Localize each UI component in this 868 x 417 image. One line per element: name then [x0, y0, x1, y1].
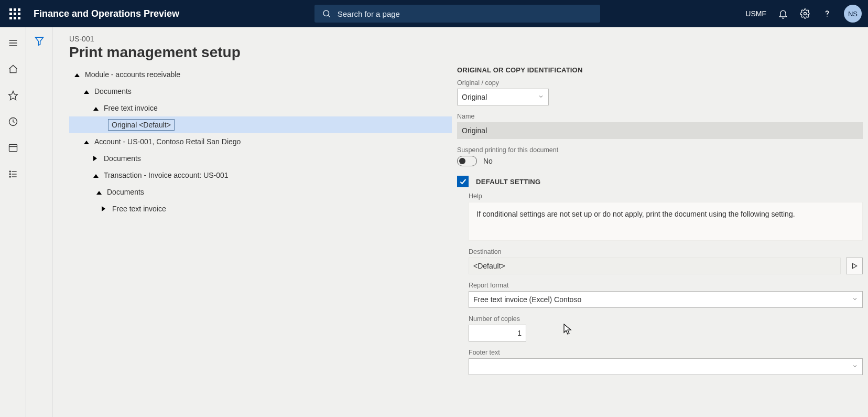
svg-marker-22 — [93, 156, 97, 161]
help-label: Help — [469, 193, 863, 200]
section-identification-title: ORIGINAL OR COPY IDENTIFICATION — [457, 66, 863, 74]
name-label: Name — [457, 113, 863, 120]
destination-label: Destination — [469, 248, 863, 255]
svg-marker-19 — [84, 90, 89, 94]
tree-node-account-documents[interactable]: Documents — [69, 150, 452, 167]
report-format-value[interactable] — [469, 291, 863, 308]
collapse-icon[interactable] — [91, 173, 101, 178]
topbar-right: USMF NS — [745, 5, 862, 23]
name-value: Original — [457, 122, 863, 139]
default-setting-checkbox[interactable] — [457, 176, 469, 187]
original-copy-select[interactable] — [457, 89, 549, 105]
svg-marker-20 — [93, 107, 99, 111]
svg-marker-23 — [93, 174, 99, 178]
num-copies-label: Number of copies — [469, 315, 863, 323]
filter-icon[interactable] — [34, 36, 45, 48]
suspend-label: Suspend printing for this document — [457, 146, 863, 154]
svg-line-1 — [328, 15, 330, 17]
svg-marker-24 — [96, 191, 102, 195]
svg-point-3 — [827, 16, 828, 17]
home-icon[interactable] — [7, 63, 19, 76]
footer-label: Footer text — [469, 349, 863, 356]
tree-node-original-default[interactable]: Original <Default> — [69, 116, 452, 133]
tree-node-transaction-free-text[interactable]: Free text invoice — [69, 200, 452, 217]
waffle-icon[interactable] — [6, 5, 23, 22]
footer-value[interactable] — [469, 358, 863, 375]
global-search[interactable]: Search for a page — [314, 5, 600, 23]
page-title: Print management setup — [69, 44, 863, 61]
destination-value[interactable]: <Default> — [469, 258, 841, 274]
collapse-icon[interactable] — [91, 105, 101, 111]
svg-point-15 — [9, 176, 10, 177]
filter-column — [26, 27, 52, 417]
suspend-toggle[interactable] — [457, 156, 477, 166]
svg-point-11 — [9, 171, 10, 172]
collapse-icon[interactable] — [82, 89, 91, 94]
svg-point-0 — [323, 10, 329, 16]
avatar[interactable]: NS — [844, 5, 862, 23]
top-bar: Finance and Operations Preview Search fo… — [0, 0, 868, 27]
workspace-icon[interactable] — [7, 142, 19, 154]
original-copy-label: Original / copy — [457, 79, 863, 87]
svg-marker-25 — [102, 206, 105, 211]
search-icon — [322, 9, 331, 18]
svg-point-2 — [804, 13, 806, 15]
tree-node-transaction[interactable]: Transaction - Invoice account: US-001 — [69, 167, 452, 184]
star-icon[interactable] — [7, 89, 19, 102]
tree-view: Module - accounts receivable Documents F… — [69, 66, 452, 217]
destination-lookup-button[interactable] — [846, 258, 863, 274]
help-text: If conditional settings are not set up o… — [469, 202, 863, 241]
tree-node-transaction-documents[interactable]: Documents — [69, 184, 452, 200]
hamburger-icon[interactable] — [7, 37, 19, 49]
app-title: Finance and Operations Preview — [34, 8, 179, 19]
svg-marker-21 — [84, 141, 89, 144]
collapse-icon[interactable] — [94, 189, 104, 195]
svg-marker-7 — [8, 91, 17, 100]
left-rail — [0, 27, 26, 417]
svg-rect-9 — [9, 144, 17, 151]
tree-node-free-text-invoice[interactable]: Free text invoice — [69, 100, 452, 116]
collapse-icon[interactable] — [82, 139, 91, 144]
breadcrumb: US-001 — [69, 35, 863, 43]
num-copies-input[interactable] — [469, 325, 526, 341]
expand-icon[interactable] — [100, 206, 109, 211]
default-setting-label: DEFAULT SETTING — [476, 178, 540, 186]
report-format-select[interactable] — [469, 291, 863, 308]
tree-node-documents[interactable]: Documents — [69, 83, 452, 100]
company-code[interactable]: USMF — [745, 9, 766, 18]
modules-icon[interactable] — [7, 168, 19, 180]
search-placeholder: Search for a page — [338, 9, 400, 18]
notification-icon[interactable] — [778, 8, 788, 19]
svg-marker-18 — [74, 73, 80, 77]
svg-marker-26 — [853, 263, 857, 268]
main-content: US-001 Print management setup Module - a… — [52, 27, 868, 417]
recent-icon[interactable] — [7, 115, 19, 128]
expand-icon[interactable] — [91, 156, 101, 161]
tree-node-account[interactable]: Account - US-001, Contoso Retail San Die… — [69, 133, 452, 150]
svg-marker-17 — [35, 37, 43, 45]
help-icon[interactable] — [822, 8, 832, 19]
original-copy-value[interactable] — [457, 89, 549, 105]
footer-select[interactable] — [469, 358, 863, 375]
tree-node-module-ar[interactable]: Module - accounts receivable — [69, 66, 452, 83]
svg-point-13 — [9, 174, 10, 175]
gear-icon[interactable] — [800, 8, 810, 19]
report-format-label: Report format — [469, 282, 863, 289]
collapse-icon[interactable] — [72, 72, 82, 77]
suspend-value: No — [483, 157, 493, 165]
